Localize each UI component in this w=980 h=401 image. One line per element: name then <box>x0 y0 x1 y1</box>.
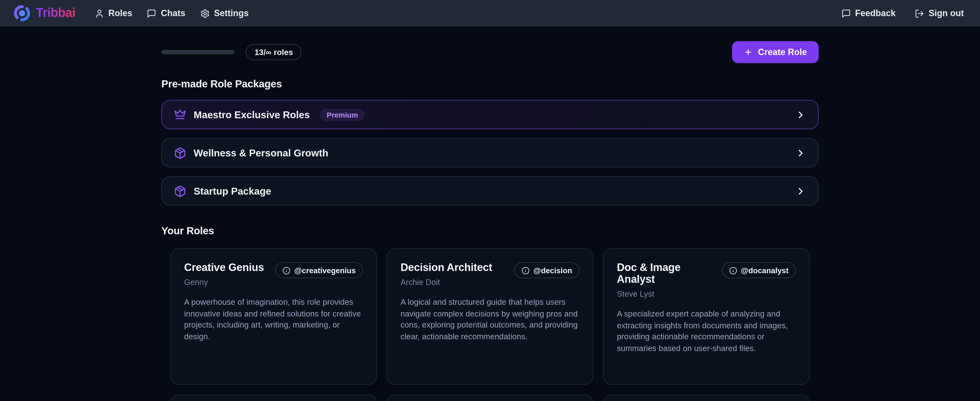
role-description: A specialized expert capable of analyzin… <box>617 308 796 354</box>
chat-bubble-icon <box>147 8 156 18</box>
nav-item-feedback[interactable]: Feedback <box>841 8 896 18</box>
packages-heading: Pre-made Role Packages <box>161 78 819 89</box>
role-cards-grid-partial <box>170 395 810 401</box>
info-icon <box>283 266 291 275</box>
role-cards-area: Creative Genius Genny @creativegenius <box>161 248 819 401</box>
info-icon <box>522 266 530 275</box>
role-title: Creative Genius <box>184 262 264 273</box>
crown-icon <box>174 109 186 121</box>
package-row-startup[interactable]: Startup Package <box>161 176 819 206</box>
role-description: A logical and structured guide that help… <box>401 297 579 342</box>
package-list: Maestro Exclusive Roles Premium <box>161 100 819 206</box>
user-icon <box>94 8 104 18</box>
role-card-decision-architect[interactable]: Decision Architect Archie Doit @decision <box>387 248 593 385</box>
app-viewport: Tribbai Roles <box>0 0 980 401</box>
nav-label: Feedback <box>855 8 896 18</box>
chevron-right-icon <box>795 185 806 197</box>
package-row-wellness[interactable]: Wellness & Personal Growth <box>161 138 819 168</box>
main-content: 13/∞ roles Create Role Pre-made Role Pac… <box>161 41 819 401</box>
role-handle-badge[interactable]: @docanalyst <box>722 262 796 278</box>
plus-icon <box>744 48 753 56</box>
nav-label: Settings <box>214 8 249 18</box>
nav-item-roles[interactable]: Roles <box>94 8 132 18</box>
top-nav: Tribbai Roles <box>0 0 980 26</box>
premium-badge: Premium <box>320 109 364 121</box>
roles-progress-bar <box>161 50 235 54</box>
role-handle: @decision <box>533 266 572 275</box>
role-card-doc-image-analyst[interactable]: Doc & Image Analyst Steve Lyst @docanaly… <box>603 248 810 385</box>
role-description: A powerhouse of imagination, this role p… <box>184 297 363 342</box>
role-handle-badge[interactable]: @decision <box>514 262 579 278</box>
role-subtitle: Archie Doit <box>401 278 492 286</box>
nav-item-chats[interactable]: Chats <box>147 8 185 18</box>
roles-toolbar: 13/∞ roles Create Role <box>161 41 819 63</box>
role-handle: @creativegenius <box>294 266 356 275</box>
role-subtitle: Genny <box>184 278 264 286</box>
role-cards-grid: Creative Genius Genny @creativegenius <box>170 248 810 385</box>
package-title: Wellness & Personal Growth <box>194 147 328 158</box>
role-card-partial[interactable] <box>170 395 377 401</box>
nav-item-sign-out[interactable]: Sign out <box>915 8 964 18</box>
role-title: Decision Architect <box>401 262 492 273</box>
role-handle-badge[interactable]: @creativegenius <box>275 262 363 278</box>
brand-logo[interactable]: Tribbai <box>13 5 75 22</box>
nav-item-settings[interactable]: Settings <box>200 8 249 18</box>
info-icon <box>729 266 737 275</box>
brand-name: Tribbai <box>36 6 75 21</box>
package-icon <box>174 185 186 197</box>
role-title: Doc & Image Analyst <box>617 262 716 285</box>
chevron-right-icon <box>795 109 806 120</box>
tribbai-logo-icon <box>13 5 31 22</box>
role-handle: @docanalyst <box>741 266 789 275</box>
logout-icon <box>915 8 924 18</box>
your-roles-heading: Your Roles <box>161 225 819 236</box>
chevron-right-icon <box>795 147 806 158</box>
roles-count-badge: 13/∞ roles <box>246 44 302 60</box>
create-role-label: Create Role <box>758 47 807 57</box>
gear-icon <box>200 8 210 18</box>
package-title: Startup Package <box>194 185 271 197</box>
primary-nav: Roles Chats <box>94 8 249 18</box>
nav-label: Sign out <box>929 8 964 18</box>
chat-bubble-icon <box>841 8 851 18</box>
nav-label: Chats <box>161 8 185 18</box>
package-icon <box>174 147 186 159</box>
role-subtitle: Steve Lyst <box>617 289 716 298</box>
nav-label: Roles <box>108 8 132 18</box>
role-card-partial[interactable] <box>603 395 810 401</box>
role-card-partial[interactable] <box>387 395 593 401</box>
app-stage: Tribbai Roles <box>0 0 980 401</box>
secondary-nav: Feedback Sign out <box>841 8 964 18</box>
create-role-button[interactable]: Create Role <box>732 41 819 63</box>
package-title: Maestro Exclusive Roles <box>194 109 310 120</box>
package-row-maestro[interactable]: Maestro Exclusive Roles Premium <box>161 100 819 129</box>
role-card-creative-genius[interactable]: Creative Genius Genny @creativegenius <box>170 248 377 385</box>
